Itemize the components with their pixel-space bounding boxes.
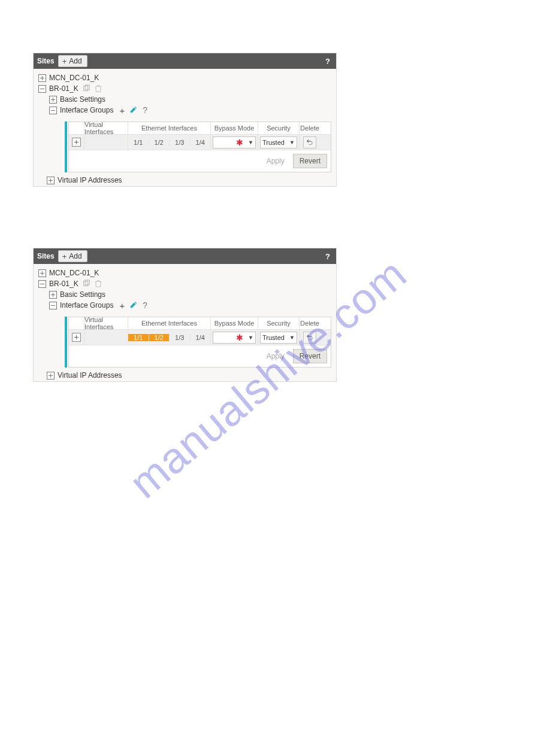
- tree-node[interactable]: BR-01_K: [38, 83, 333, 94]
- plus-icon: +: [62, 253, 67, 260]
- sites-panel: Sites + Add ? MCN_DC-01_K BR-01_K Basic …: [33, 248, 337, 382]
- col-ethernet-interfaces: Ethernet Interfaces: [128, 122, 210, 134]
- required-icon: ✱: [236, 333, 243, 342]
- delete-cell: [299, 330, 320, 345]
- eth-port-toggle[interactable]: 1/1: [128, 334, 149, 341]
- virtual-interfaces-cell[interactable]: [84, 135, 128, 150]
- edit-icon[interactable]: [129, 300, 138, 311]
- node-label: MCN_DC-01_K: [49, 74, 99, 82]
- add-label: Add: [69, 57, 81, 65]
- eth-port-toggle[interactable]: 1/4: [190, 139, 211, 146]
- tree-node[interactable]: Interface Groups + ?: [49, 105, 333, 116]
- expand-icon[interactable]: [47, 177, 55, 184]
- col-blank: [69, 317, 84, 329]
- eth-port-toggle[interactable]: 1/2: [149, 139, 170, 146]
- col-delete: Delete: [299, 122, 320, 134]
- node-label: BR-01_K: [49, 280, 78, 288]
- help-icon[interactable]: ?: [143, 300, 147, 310]
- chevron-down-icon: ▼: [289, 139, 295, 145]
- apply-button[interactable]: Apply: [262, 349, 289, 363]
- help-icon[interactable]: ?: [325, 57, 330, 66]
- site-tree: MCN_DC-01_K BR-01_K Basic Settings Inter…: [34, 69, 336, 118]
- sites-panel: Sites + Add ? MCN_DC-01_K BR-01_K Basic …: [33, 53, 337, 187]
- tree-node[interactable]: MCN_DC-01_K: [38, 268, 333, 278]
- add-site-button[interactable]: + Add: [58, 250, 87, 262]
- chevron-down-icon: ▼: [289, 335, 295, 341]
- add-site-button[interactable]: + Add: [58, 55, 87, 67]
- bypass-mode-select[interactable]: ✱▼: [213, 332, 256, 344]
- expand-icon[interactable]: [38, 269, 46, 277]
- help-icon[interactable]: ?: [143, 105, 147, 115]
- grid-footer: Apply Revert: [69, 150, 331, 172]
- trash-icon[interactable]: [94, 280, 102, 288]
- security-value: Trusted: [262, 139, 285, 146]
- add-icon[interactable]: +: [119, 105, 125, 116]
- tree-node[interactable]: Virtual IP Addresses: [47, 371, 336, 379]
- help-icon[interactable]: ?: [325, 252, 330, 261]
- add-icon[interactable]: +: [119, 300, 125, 311]
- eth-port-toggle[interactable]: 1/4: [190, 334, 211, 341]
- undo-button[interactable]: [303, 136, 316, 148]
- security-select[interactable]: Trusted ▼: [260, 136, 297, 148]
- row-add-cell: [69, 135, 84, 150]
- bypass-mode-cell: ✱▼: [210, 135, 258, 150]
- tree-node[interactable]: BR-01_K: [38, 278, 333, 289]
- collapse-icon[interactable]: [38, 280, 46, 288]
- add-row-icon[interactable]: [72, 138, 81, 147]
- grid-header: Virtual Interfaces Ethernet Interfaces B…: [69, 317, 331, 329]
- panel-header: Sites + Add ?: [34, 248, 336, 264]
- accent-bar: [65, 317, 67, 368]
- grid-row: 1/1 1/2 1/3 1/4 ✱▼ Trusted ▼: [69, 134, 331, 150]
- interface-groups-grid: Virtual Interfaces Ethernet Interfaces B…: [68, 122, 331, 172]
- tree-node[interactable]: Basic Settings: [49, 94, 333, 105]
- grid-footer: Apply Revert: [69, 345, 331, 367]
- clone-icon[interactable]: [82, 280, 90, 288]
- node-label: BR-01_K: [49, 84, 78, 93]
- trash-icon[interactable]: [94, 84, 102, 93]
- bypass-mode-select[interactable]: ✱▼: [213, 136, 256, 148]
- collapse-icon[interactable]: [38, 85, 46, 93]
- tree-node[interactable]: Virtual IP Addresses: [47, 176, 336, 184]
- security-value: Trusted: [262, 334, 285, 341]
- eth-port-toggle[interactable]: 1/1: [128, 139, 149, 146]
- edit-icon[interactable]: [129, 105, 138, 116]
- undo-button[interactable]: [303, 332, 316, 344]
- security-cell: Trusted ▼: [258, 330, 299, 345]
- expand-icon[interactable]: [47, 372, 55, 379]
- required-icon: ✱: [236, 138, 243, 147]
- virtual-interfaces-cell[interactable]: [84, 330, 128, 345]
- svg-rect-2: [83, 281, 87, 286]
- node-label: Virtual IP Addresses: [58, 371, 122, 379]
- node-label: Interface Groups: [60, 301, 113, 309]
- eth-port-toggle[interactable]: 1/3: [169, 334, 190, 341]
- col-bypass-mode: Bypass Mode: [210, 317, 258, 329]
- grid: Virtual Interfaces Ethernet Interfaces B…: [68, 317, 331, 368]
- tree-node[interactable]: Interface Groups + ?: [49, 300, 333, 311]
- col-delete: Delete: [299, 317, 320, 329]
- apply-button[interactable]: Apply: [262, 154, 289, 168]
- clone-icon[interactable]: [82, 84, 90, 93]
- expand-icon[interactable]: [38, 74, 46, 82]
- col-security: Security: [258, 317, 299, 329]
- eth-port-toggle[interactable]: 1/2: [149, 334, 170, 341]
- revert-button[interactable]: Revert: [293, 349, 327, 363]
- eth-port-toggle[interactable]: 1/3: [169, 139, 190, 146]
- col-virtual-interfaces: Virtual Interfaces: [84, 122, 128, 134]
- tree-node[interactable]: MCN_DC-01_K: [38, 72, 333, 83]
- security-select[interactable]: Trusted ▼: [260, 332, 297, 344]
- col-bypass-mode: Bypass Mode: [210, 122, 258, 134]
- panel-title: Sites: [37, 57, 55, 65]
- expand-icon[interactable]: [49, 291, 57, 299]
- collapse-icon[interactable]: [49, 302, 57, 309]
- svg-rect-0: [83, 86, 87, 91]
- revert-button[interactable]: Revert: [293, 154, 327, 168]
- interface-groups-grid: Virtual Interfaces Ethernet Interfaces B…: [68, 317, 331, 368]
- tree-node[interactable]: Basic Settings: [49, 289, 333, 300]
- grid-row: 1/1 1/2 1/3 1/4 ✱▼ Trusted ▼: [69, 329, 331, 345]
- collapse-icon[interactable]: [49, 107, 57, 114]
- row-add-cell: [69, 330, 84, 345]
- security-cell: Trusted ▼: [258, 135, 299, 150]
- ethernet-interfaces-cell: 1/1 1/2 1/3 1/4: [128, 135, 210, 150]
- expand-icon[interactable]: [49, 96, 57, 104]
- add-row-icon[interactable]: [72, 333, 81, 342]
